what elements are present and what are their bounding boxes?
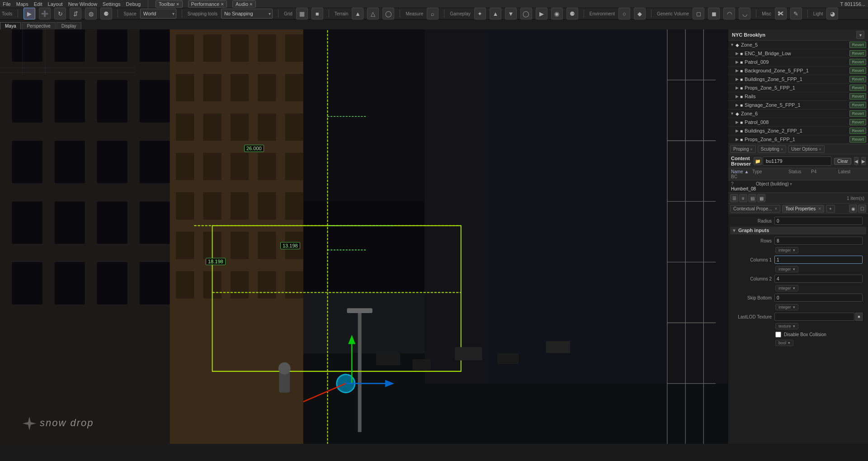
tree-arrow-signage[interactable]: ▶ [736,103,739,107]
tree-arrow-rails[interactable]: ▶ [736,94,739,99]
gvol-btn2[interactable]: ◼ [708,8,720,19]
cb-next-btn[interactable]: ▶ [861,157,866,165]
toolbar-tab-close[interactable]: × [176,1,179,7]
toolbar-tab[interactable]: Toolbar × [156,0,183,8]
proping-close[interactable]: × [750,147,752,152]
cb-col-name[interactable]: Name ▲ [731,169,752,174]
skip-bottom-type-arrow[interactable]: ▾ [793,305,795,309]
tab-perspective[interactable]: Perspective [22,22,55,29]
tree-item-zone6[interactable]: ▼ ◆ Zone_6 Revert [728,109,868,118]
sculpting-tab[interactable]: Sculpting × [758,145,786,153]
cb-grid-btn2[interactable]: ▤ [748,194,756,202]
revert-rails[interactable]: Revert [849,93,866,100]
world-dropdown[interactable]: World Local Screen [140,9,176,19]
tree-arrow-enc[interactable]: ▶ [736,51,739,56]
tree-item-bg-zone5[interactable]: ▶ ■ Background_Zone_5_FPP_1 Revert [728,67,868,75]
cb-col-type[interactable]: Type [752,169,788,174]
select-tool-btn[interactable]: ▶ [24,8,35,19]
columns1-type-arrow[interactable]: ▾ [793,267,795,271]
columns2-input[interactable] [774,275,863,283]
extra-tool-btn[interactable]: ⚈ [100,8,112,19]
tree-item-enc-bridge[interactable]: ▶ ■ ENC_M_Bridge_Low Revert [728,49,868,58]
cb-col-bc[interactable]: BC [731,174,752,179]
tree-item-props-zone6[interactable]: ▶ ■ Props_Zone_6_FPP_1 Revert [728,135,868,144]
terrain-btn1[interactable]: ▲ [352,8,363,19]
panel-pin-btn[interactable]: ◉ [849,204,857,213]
light-btn1[interactable]: ◕ [826,8,838,19]
cb-grid-btn1[interactable]: ≡ [739,194,747,202]
terrain-btn3[interactable]: ◯ [382,8,394,19]
tree-arrow-patrol009[interactable]: ▶ [736,60,739,64]
radius-input[interactable] [774,217,863,225]
tree-item-patrol008[interactable]: ▶ ■ Patrol_008 Revert [728,118,868,127]
tree-item-signage[interactable]: ▶ ■ Signage_Zone_5_FPP_1 Revert [728,101,868,109]
misc-btn2[interactable]: ✎ [790,8,802,19]
terrain-btn2[interactable]: △ [367,8,379,19]
gameplay-btn1[interactable]: ✦ [474,8,486,19]
user-options-close[interactable]: × [819,147,821,152]
last-lod-picker-btn[interactable]: ■ [855,313,863,321]
brush-tool-btn[interactable]: ◍ [85,8,97,19]
menu-file[interactable]: File [3,1,11,7]
performance-tab[interactable]: Performance × [188,0,227,8]
cb-col-latest[interactable]: Latest [838,169,865,174]
outliner-collapse-btn[interactable]: ▾ [856,31,864,39]
tool-props-close[interactable]: × [818,206,821,211]
tree-arrow-props5[interactable]: ▶ [736,86,739,90]
skip-bottom-input[interactable] [774,294,863,302]
cb-row-humbert[interactable]: ? Humbert_08 Object (building) ▾ [728,181,868,193]
scale-tool-btn[interactable]: ⇵ [70,8,81,19]
menu-new-window[interactable]: New Window [68,1,97,7]
columns2-type-arrow[interactable]: ▾ [793,286,795,290]
gvol-btn4[interactable]: ◡ [739,8,750,19]
env-btn2[interactable]: ◆ [634,8,646,19]
rows-type-arrow[interactable]: ▾ [793,248,795,252]
tree-arrow-props6[interactable]: ▶ [736,137,739,142]
snap-dropdown[interactable]: No Snapping Grid Snapping Surface Snappi… [221,9,273,19]
tree-arrow-bldg2[interactable]: ▶ [736,128,739,133]
user-options-tab[interactable]: User Options × [788,145,825,153]
cb-folder-btn[interactable]: 📁 [754,157,762,165]
revert-signage[interactable]: Revert [849,102,866,108]
disable-box-type-arrow[interactable]: ▾ [788,341,790,345]
ctx-props-close[interactable]: × [775,206,778,211]
cb-list-btn[interactable]: ☰ [730,194,738,202]
tree-item-patrol009[interactable]: ▶ ■ Patrol_009 Revert [728,58,868,67]
tree-item-bldg-zone2[interactable]: ▶ ■ Buildings_Zone_2_FPP_1 Revert [728,127,868,135]
gameplay-btn2[interactable]: ▲ [490,8,501,19]
cb-col-p4[interactable]: P4 [811,169,838,174]
tab-maya[interactable]: Maya [0,22,21,29]
tree-item-zone5[interactable]: ▼ ◆ Zone_5 Revert [728,41,868,49]
panel-maximize-btn[interactable]: ☐ [858,204,866,213]
add-panel-btn[interactable]: + [826,205,835,213]
disable-box-checkbox[interactable] [775,332,781,337]
cb-col-status[interactable]: Status [788,169,811,174]
revert-bg[interactable]: Revert [849,67,866,74]
env-btn1[interactable]: ○ [618,8,630,19]
gvol-btn3[interactable]: ◠ [723,8,735,19]
gameplay-btn7[interactable]: ⚈ [566,8,578,19]
tree-arrow-zone5[interactable]: ▼ [730,43,734,47]
tree-item-bldg-zone5[interactable]: ▶ ■ Buildings_Zone_5_FPP_1 Revert [728,75,868,84]
menu-maps[interactable]: Maps [16,1,28,7]
audio-tab-close[interactable]: × [250,1,252,7]
gameplay-btn3[interactable]: ▼ [505,8,517,19]
contextual-props-tab[interactable]: Contextual Prope... × [730,205,780,213]
gameplay-btn4[interactable]: ◯ [520,8,532,19]
cb-grid-btn3[interactable]: ▦ [757,194,765,202]
performance-tab-close[interactable]: × [221,1,224,7]
revert-patrol008[interactable]: Revert [849,119,866,125]
gameplay-btn6[interactable]: ◉ [551,8,563,19]
cb-clear-button[interactable]: Clear [834,158,851,165]
columns1-input[interactable] [774,256,863,264]
menu-layout[interactable]: Layout [48,1,63,7]
grid-btn2[interactable]: ■ [311,8,323,19]
tree-arrow-bldg[interactable]: ▶ [736,77,739,81]
viewport[interactable]: 26.000 13.198 18.198 snow drop [0,29,728,444]
revert-bldg[interactable]: Revert [849,76,866,82]
rows-input[interactable] [774,237,863,245]
last-lod-type-arrow[interactable]: ▾ [793,324,795,328]
measure-btn[interactable]: ⌕ [427,8,439,19]
misc-btn1[interactable]: ✀ [775,8,787,19]
menu-settings[interactable]: Settings [103,1,121,7]
